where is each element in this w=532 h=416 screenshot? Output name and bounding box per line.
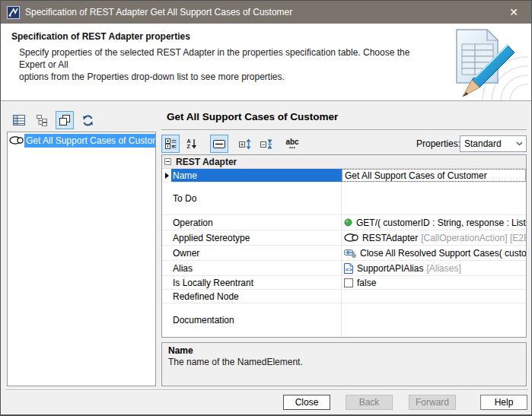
properties-dropdown-label: Properties: — [416, 138, 460, 149]
magicdraw-app-icon — [7, 6, 20, 19]
table-row-redefined-node[interactable]: Redefined Node — [162, 290, 526, 303]
sort-alphabetically-button[interactable]: AZ — [183, 135, 201, 153]
stereotype-oval-icon — [344, 233, 358, 242]
categorized-view-icon — [165, 138, 177, 149]
properties-table: REST Adapter Name Get All Support Cases … — [161, 154, 527, 338]
collapse-all-button[interactable] — [257, 135, 276, 153]
sort-alphabetically-icon: AZ — [186, 138, 196, 149]
checkbox-unchecked[interactable] — [344, 278, 353, 287]
specification-dialog: Specification of REST Adapter Get All Su… — [0, 0, 532, 416]
properties-toolbar: AZ — [161, 134, 304, 154]
forward-button: Forward — [409, 395, 456, 410]
row-selected-marker — [162, 169, 171, 182]
document-pencil-illustration — [444, 25, 528, 100]
expand-all-button[interactable] — [236, 135, 254, 153]
table-row-name[interactable]: Name Get All Support Cases of Customer — [162, 169, 526, 183]
svg-text:<>: <> — [346, 266, 352, 273]
refresh-button[interactable] — [78, 111, 97, 129]
categorized-view-button[interactable] — [161, 135, 180, 153]
description-text: The name of the NamedElement. — [168, 357, 520, 367]
operation-value-cell[interactable]: GET/( customerID : String, response : Li… — [342, 215, 526, 230]
operation-icon — [344, 218, 352, 227]
table-row-owner[interactable]: Owner Close All Resolved Support Cases( … — [162, 246, 526, 261]
dialog-header: Specification of REST Adapter properties… — [1, 24, 531, 101]
properties-dropdown[interactable]: Standard — [460, 135, 527, 152]
description-title: Name — [168, 345, 520, 356]
help-button[interactable]: Help — [480, 395, 527, 410]
overlap-view-icon — [59, 115, 71, 126]
element-title: Get All Support Cases of Customer — [167, 111, 338, 122]
properties-table-icon — [13, 115, 25, 125]
group-header-label: REST Adapter — [176, 157, 237, 167]
table-row-applied-stereotype[interactable]: Applied Stereotype RESTAdapter [CallOper… — [162, 230, 526, 246]
owner-action-icon — [344, 248, 356, 258]
refresh-icon — [82, 115, 94, 126]
tree-item-rest-adapter[interactable]: Get All Support Cases of Customer — [8, 133, 155, 148]
collapse-all-icon — [260, 138, 273, 150]
show-full-values-button[interactable]: abc... — [283, 135, 301, 153]
titlebar: Specification of REST Adapter Get All Su… — [1, 1, 531, 24]
show-description-icon — [213, 140, 225, 148]
table-row-alias[interactable]: Alias <> SupportAPIAlias [Aliases] — [162, 261, 526, 276]
todo-value-cell[interactable] — [342, 183, 526, 214]
overlap-view-button[interactable] — [56, 111, 74, 129]
properties-dropdown-value: Standard — [460, 138, 512, 149]
table-row-todo[interactable]: To Do — [162, 183, 526, 215]
expand-all-icon — [239, 138, 252, 150]
alias-document-icon: <> — [344, 263, 353, 274]
title-separator — [161, 129, 527, 130]
rest-adapter-oval-icon — [8, 136, 24, 144]
back-button: Back — [346, 395, 393, 410]
alias-value-cell[interactable]: <> SupportAPIAlias [Aliases] — [342, 261, 526, 275]
owner-value-cell[interactable]: Close All Resolved Support Cases( custom… — [342, 246, 526, 260]
applied-stereotype-value-cell[interactable]: RESTAdapter [CallOperationAction] [E2E B… — [342, 230, 526, 245]
table-row-operation[interactable]: Operation GET/( customerID : String, res… — [162, 215, 526, 230]
tree-view-button[interactable] — [33, 111, 51, 129]
collapse-group-icon[interactable] — [164, 158, 171, 165]
group-header-rest-adapter[interactable]: REST Adapter — [162, 155, 526, 169]
is-locally-reentrant-value-cell[interactable]: false — [342, 276, 526, 289]
documentation-value-cell[interactable] — [342, 303, 526, 337]
tree-item-label: Get All Support Cases of Customer — [24, 134, 155, 148]
table-row-documentation[interactable]: Documentation — [162, 303, 526, 337]
show-full-values-icon: abc... — [285, 139, 298, 148]
show-description-button[interactable] — [210, 135, 228, 153]
left-panel-toolbar — [10, 110, 101, 130]
button-bar-separator — [5, 389, 528, 391]
header-title: Specification of REST Adapter properties — [11, 31, 190, 42]
redefined-node-value-cell[interactable] — [342, 290, 526, 303]
properties-table-view-button[interactable] — [10, 111, 28, 129]
property-description-panel: Name The name of the NamedElement. — [161, 342, 527, 386]
tree-view-icon — [36, 115, 48, 126]
close-button[interactable]: Close — [283, 395, 330, 410]
window-title: Specification of REST Adapter Get All Su… — [25, 7, 292, 17]
close-icon: ✕ — [509, 6, 518, 18]
name-value-cell[interactable]: Get All Support Cases of Customer — [342, 169, 526, 182]
element-tree-panel[interactable]: Get All Support Cases of Customer — [7, 132, 156, 386]
close-window-button[interactable]: ✕ — [496, 1, 531, 24]
header-description: Specify properties of the selected REST … — [19, 46, 430, 83]
chevron-down-icon — [512, 136, 526, 151]
table-row-is-locally-reentrant[interactable]: Is Locally Reentrant false — [162, 276, 526, 290]
